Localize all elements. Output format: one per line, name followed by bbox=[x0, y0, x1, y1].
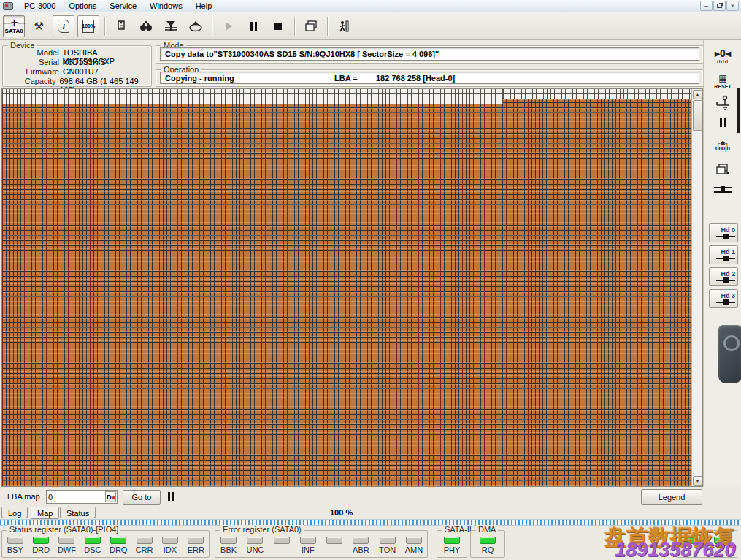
scroll-down-button[interactable]: ▼ bbox=[693, 476, 702, 486]
toolbar-separator bbox=[212, 17, 212, 36]
led-bsy bbox=[7, 537, 23, 544]
mode-group: Mode Copy data to"ST31000340AS SD15 S/N:… bbox=[156, 45, 704, 64]
scroll-up-button[interactable]: ▲ bbox=[693, 90, 702, 99]
menu-options[interactable]: Options bbox=[62, 1, 103, 11]
tab-log[interactable]: Log bbox=[1, 507, 28, 518]
exit-task-button[interactable] bbox=[333, 15, 355, 37]
device-firmware-label: Firmware bbox=[3, 67, 63, 76]
head-0-map-button[interactable]: Hd 0 bbox=[709, 223, 738, 242]
led-phy bbox=[444, 537, 460, 544]
copy-data-button[interactable] bbox=[110, 15, 132, 37]
sector-map-frame: ▲ ▼ bbox=[1, 88, 703, 487]
led-drq bbox=[110, 537, 126, 544]
restore-icon bbox=[717, 4, 722, 8]
script-info-icon: i bbox=[58, 20, 69, 33]
goto-button[interactable]: Go to bbox=[123, 490, 161, 505]
error-register-title: Error register (SATA0) bbox=[220, 525, 304, 534]
status-register-title: Status register (SATA0)-[PIO4] bbox=[7, 525, 120, 534]
status-register-group: Status register (SATA0)-[PIO4] BSY DRD D… bbox=[1, 530, 210, 558]
power-control-button[interactable] bbox=[704, 95, 741, 112]
pause-icon bbox=[720, 118, 726, 127]
close-button[interactable]: × bbox=[726, 1, 739, 11]
panel-scrollbar-thumb[interactable] bbox=[737, 88, 740, 133]
restore-button[interactable] bbox=[713, 1, 726, 11]
view-tabs: Log Map Status 100 % bbox=[0, 507, 741, 519]
sector-map-pending-band bbox=[503, 89, 691, 99]
counter-zero-icon: ▸0◂ bbox=[715, 47, 731, 59]
menu-help[interactable]: Help bbox=[189, 1, 219, 11]
pause-task-button[interactable] bbox=[704, 118, 741, 129]
right-tool-panel: ▸0◂ ılılıl ▦ RESET ┌✱┐ 000|0 Hd 0 Hd 1 H… bbox=[703, 40, 741, 487]
binoculars-icon bbox=[139, 20, 153, 32]
operation-group: Operation Copying - running LBA = 182 76… bbox=[156, 69, 704, 87]
sector-counter-icon: 000|0 bbox=[704, 146, 741, 151]
usb-drive-watermark-image bbox=[718, 325, 741, 383]
tab-map[interactable]: Map bbox=[31, 507, 59, 519]
utility-tools-button[interactable]: ⚒ bbox=[28, 15, 50, 37]
reset-register-icon: ▦ bbox=[718, 73, 726, 83]
watermark-phone: 18913587620 bbox=[615, 539, 735, 560]
power-probe-icon bbox=[714, 95, 732, 112]
map-vertical-scrollbar[interactable]: ▲ ▼ bbox=[691, 89, 702, 486]
cascade-windows-icon bbox=[304, 20, 318, 32]
pause-button[interactable] bbox=[242, 15, 264, 37]
lba-input[interactable] bbox=[48, 491, 105, 502]
cancel-copy-button[interactable] bbox=[704, 163, 741, 177]
sector-map-pending-band bbox=[2, 89, 503, 104]
stop-icon bbox=[274, 23, 282, 30]
head-slider-icon bbox=[716, 299, 735, 305]
head-slider-icon bbox=[716, 277, 735, 283]
windows-cascade-button[interactable] bbox=[300, 15, 322, 37]
error-register-group: Error register (SATA0) BBK UNC INF ABR T… bbox=[215, 530, 428, 558]
head-2-map-button[interactable]: Hd 2 bbox=[709, 267, 738, 286]
disk-eject-icon bbox=[188, 20, 203, 32]
copies-delete-icon bbox=[715, 163, 731, 177]
menu-windows[interactable]: Windows bbox=[143, 1, 189, 11]
drive-reset-button[interactable]: ▦ RESET bbox=[704, 73, 741, 89]
percent-view-button[interactable]: 100% bbox=[77, 15, 99, 37]
led-err bbox=[188, 537, 204, 544]
start-button[interactable] bbox=[218, 15, 239, 37]
progress-percent: 100 % bbox=[330, 508, 353, 517]
connector-button[interactable] bbox=[704, 185, 741, 195]
led-ton bbox=[380, 537, 396, 544]
funnel-icon bbox=[164, 20, 178, 32]
menu-pc3000[interactable]: PC-3000 bbox=[18, 1, 62, 11]
pause-icon bbox=[250, 22, 257, 31]
drive-info-button[interactable]: i bbox=[53, 15, 74, 37]
export-button[interactable] bbox=[185, 15, 207, 37]
legend-button[interactable]: Legend bbox=[641, 489, 702, 505]
toolbar-separator bbox=[294, 17, 295, 36]
led-inf bbox=[300, 537, 316, 544]
dma-group: DMA RQ bbox=[470, 530, 505, 558]
sata-group-title: SATA-II bbox=[442, 525, 474, 534]
led-unc bbox=[247, 537, 263, 544]
led-bbk bbox=[220, 537, 237, 544]
dma-group-title: DMA bbox=[476, 525, 498, 534]
reset-counters-button[interactable]: ▸0◂ ılılıl bbox=[704, 47, 741, 64]
operation-lba-value: 182 768 258 [Head-0] bbox=[376, 74, 455, 83]
lba-input-frame: D◂ bbox=[46, 490, 118, 504]
menu-service[interactable]: Service bbox=[103, 1, 143, 11]
head-3-map-button[interactable]: Hd 3 bbox=[709, 289, 738, 308]
skip-sectors-button[interactable]: ┌✱┐ 000|0 bbox=[704, 141, 741, 151]
scrollbar-thumb[interactable] bbox=[693, 100, 702, 131]
map-pause-icon[interactable] bbox=[168, 492, 174, 501]
sector-map[interactable] bbox=[2, 89, 691, 486]
stop-button[interactable] bbox=[267, 15, 289, 37]
filter-button[interactable] bbox=[160, 15, 182, 37]
dec-hex-toggle-button[interactable]: D◂ bbox=[105, 491, 116, 502]
head-slider-icon bbox=[716, 234, 735, 239]
head-1-map-button[interactable]: Hd 1 bbox=[709, 245, 738, 264]
minimize-button[interactable]: – bbox=[700, 1, 713, 11]
sata0-port-button[interactable]: —✛— SATA0 bbox=[3, 15, 25, 37]
toolbar-separator bbox=[104, 17, 105, 36]
led-dwf bbox=[58, 537, 74, 544]
search-button[interactable] bbox=[135, 15, 157, 37]
operation-status: Copying - running bbox=[165, 74, 234, 83]
main-toolbar: —✛— SATA0 ⚒ i 100% bbox=[0, 12, 741, 40]
doc-percent-icon: 100% bbox=[82, 20, 94, 33]
exit-man-icon bbox=[338, 20, 350, 32]
clipboard-icon bbox=[115, 20, 128, 33]
tab-status[interactable]: Status bbox=[60, 507, 96, 518]
